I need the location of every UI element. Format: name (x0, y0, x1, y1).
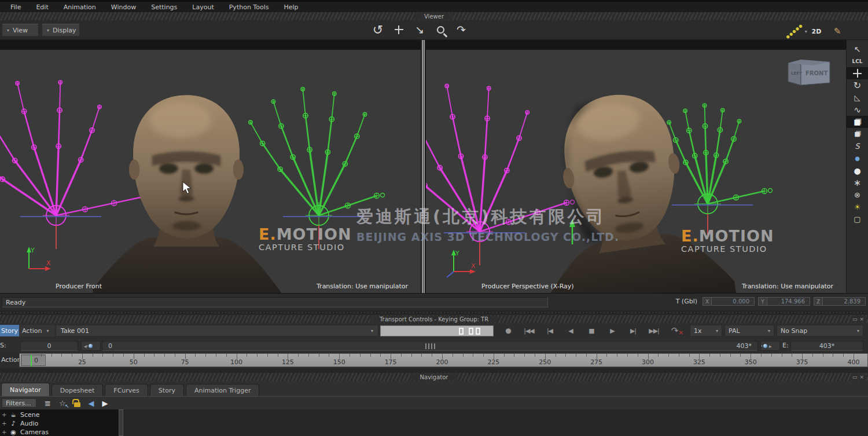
constraint-tool[interactable]: ⊗ (847, 189, 868, 201)
keyframe-display-toggle[interactable]: ●●●●●▾ (788, 24, 803, 39)
lcl-mode-button[interactable]: LCL (847, 55, 868, 67)
menu-animation[interactable]: Animation (57, 3, 103, 12)
zoom-tool[interactable] (433, 22, 448, 37)
menu-python-tools[interactable]: Python Tools (222, 3, 276, 12)
viewer-panel-header[interactable]: Viewer (0, 12, 868, 20)
hand-skeleton[interactable] (249, 87, 385, 249)
playhead[interactable] (31, 355, 32, 367)
draw-tool[interactable]: ✎ (830, 24, 845, 39)
ruler-tick (782, 354, 782, 357)
timeline-scrub-bar[interactable] (380, 325, 494, 336)
hand-skeleton[interactable] (0, 80, 151, 249)
zoom-grip-icon[interactable] (425, 343, 436, 349)
tree-item-scene[interactable]: +☕Scene (0, 411, 119, 419)
cube-tool[interactable]: ■ (847, 128, 868, 140)
marquee-tool[interactable]: ▢ (847, 213, 868, 225)
frame-view-single-icon[interactable] (459, 328, 464, 335)
minimize-icon[interactable]: ▭ (852, 316, 858, 323)
polygon-tool[interactable]: ● (847, 164, 868, 177)
select-tool[interactable]: ↖ (847, 43, 868, 55)
hand-skeleton[interactable] (426, 84, 575, 265)
pan-tool[interactable] (391, 22, 406, 37)
timeline-ruler[interactable]: 0 25507510012515017520022525027530032535… (19, 353, 868, 367)
arc-rotate-tool[interactable]: ↷ (454, 22, 469, 37)
cube-solid-tool[interactable]: ■ (847, 116, 868, 128)
filters-button[interactable]: Filters... (2, 398, 36, 408)
end-frame-field[interactable]: 403* (790, 341, 863, 351)
ruler-tick (453, 354, 453, 357)
curve-tool[interactable]: ∿ (847, 104, 868, 116)
range-right-handle[interactable]: ▸ (760, 341, 780, 351)
menu-settings[interactable]: Settings (144, 3, 184, 12)
tab-dopesheet[interactable]: Dopesheet (52, 384, 104, 396)
transport-panel-header[interactable]: Transport Controls - Keying Group: TR ▭× (0, 315, 868, 323)
scroll-left-icon[interactable]: ◂ (84, 343, 87, 349)
playback-speed-dropdown[interactable]: 1x▾ (690, 325, 722, 336)
panel-separator[interactable] (0, 310, 868, 315)
range-left-handle[interactable]: ◂ (81, 341, 101, 351)
orbit-tool[interactable]: ↺ (370, 22, 385, 37)
close-icon[interactable]: × (859, 316, 864, 323)
2d-display-toggle[interactable]: 2D (809, 24, 824, 39)
viewport-right[interactable]: YX LEFT FRONT E.MOTION CAPTURE STUDIO Pr… (426, 40, 846, 293)
tree-item-cameras[interactable]: +◉Cameras (0, 428, 119, 436)
next-key-button[interactable]: ▶| (623, 325, 643, 336)
previous-key-button[interactable]: |◀ (539, 325, 560, 336)
take-dropdown[interactable]: Take 001 ▾ (56, 325, 378, 336)
navigator-panel-header[interactable]: Navigator ▭× (0, 373, 868, 381)
star-filter-icon[interactable]: ☆ (59, 399, 66, 408)
rotate-tool[interactable]: ↻ (847, 79, 868, 91)
light-tool[interactable]: ☀ (847, 201, 868, 213)
forward-arrow-icon[interactable]: ▶ (102, 399, 108, 408)
go-to-start-button[interactable]: |◀◀ (518, 325, 539, 336)
axis-value: 0.000 (712, 297, 755, 306)
tab-navigator[interactable]: Navigator (1, 383, 50, 396)
tree-item-audio[interactable]: +♪Audio (0, 419, 119, 428)
expand-icon[interactable]: + (2, 420, 6, 427)
display-dropdown[interactable]: ▾ Display (42, 24, 80, 36)
svg-text:X: X (46, 259, 51, 267)
play-button[interactable]: ▶ (602, 325, 623, 336)
story-mode-button[interactable]: Story (0, 325, 19, 336)
action-mode-dropdown[interactable]: Action ▾ (19, 325, 55, 336)
close-icon[interactable]: × (859, 373, 864, 380)
record-button[interactable]: ● (498, 325, 518, 336)
menu-edit[interactable]: Edit (29, 3, 55, 12)
fov-tool[interactable]: ↘ (412, 22, 427, 37)
tab-animation-trigger[interactable]: Animation Trigger (186, 384, 260, 396)
joint-pin-tool[interactable]: ● (847, 152, 868, 164)
view-cube[interactable]: LEFT FRONT (784, 53, 832, 89)
stop-button[interactable]: ■ (581, 325, 602, 336)
frame-view-double-icon[interactable] (469, 328, 473, 335)
back-arrow-icon[interactable]: ◀ (89, 399, 94, 408)
head-model[interactable] (93, 95, 281, 293)
frame-rate-dropdown[interactable]: PAL▾ (724, 325, 774, 336)
start-frame-field[interactable]: 0 (20, 341, 78, 351)
menu-window[interactable]: Window (104, 3, 143, 12)
menu-layout[interactable]: Layout (185, 3, 220, 12)
scroll-right-icon[interactable]: ▸ (769, 343, 772, 349)
hand-skeleton[interactable] (667, 104, 773, 237)
view-dropdown[interactable]: ▾ View (2, 24, 39, 36)
menu-help[interactable]: Help (277, 3, 305, 12)
tab-story[interactable]: Story (150, 384, 184, 396)
minimize-icon[interactable]: ▭ (852, 373, 858, 380)
previous-frame-button[interactable]: ◀ (560, 325, 581, 336)
spline-tool[interactable]: S (847, 140, 868, 152)
go-to-end-button[interactable]: ▶▶| (643, 325, 664, 336)
expand-icon[interactable]: + (2, 429, 6, 435)
list-view-icon[interactable]: ≣ (45, 399, 51, 408)
snap-mode-dropdown[interactable]: No Snap▾ (777, 325, 863, 336)
tab-fcurves[interactable]: FCurves (105, 384, 148, 396)
menu-file[interactable]: File (3, 3, 28, 12)
viewport-left[interactable]: YX E.MOTION CAPTURE STUDIO Producer Fron… (0, 40, 421, 293)
scale-tool[interactable]: ◺ (847, 91, 868, 104)
expand-icon[interactable]: + (2, 412, 6, 418)
viewport-splitter[interactable] (421, 40, 426, 293)
lock-icon[interactable] (74, 402, 80, 407)
tree-scrollbar[interactable] (119, 409, 123, 436)
translate-tool[interactable] (847, 67, 868, 79)
loop-toggle-button[interactable]: ↷✕ (664, 325, 685, 336)
snap-tool[interactable]: ∗ (847, 177, 868, 189)
current-frame-box[interactable]: 0 (21, 354, 46, 366)
